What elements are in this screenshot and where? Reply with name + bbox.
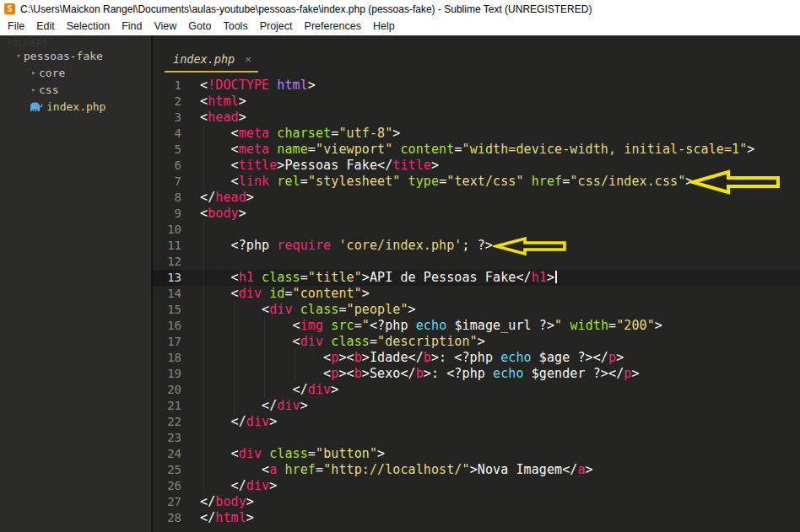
code-text: <h1 class="title">API de Pessoas Fake</h… — [181, 270, 557, 286]
code-area[interactable]: 1<!DOCTYPE html>2<html>3<head>4 <meta ch… — [153, 78, 800, 532]
tab-label: index.php — [173, 52, 235, 66]
code-line-11[interactable]: 11 <?php require 'core/index.php'; ?> — [153, 238, 800, 254]
menu-edit[interactable]: Edit — [30, 18, 61, 35]
code-text: </div> — [181, 398, 308, 414]
code-text: <!DOCTYPE html> — [181, 78, 316, 94]
code-text: </head> — [181, 190, 254, 206]
line-number: 3 — [153, 110, 181, 126]
line-number: 1 — [153, 78, 181, 94]
menu-preferences[interactable]: Preferences — [299, 18, 367, 35]
main-area: FOLDERS ▾pessoas-fake▸core▸cssindex.php … — [0, 35, 800, 532]
line-number: 20 — [153, 382, 181, 398]
sidebar: FOLDERS ▾pessoas-fake▸core▸cssindex.php — [0, 35, 153, 532]
line-number: 8 — [153, 190, 181, 206]
tab-close-icon[interactable]: × — [245, 54, 251, 65]
code-text: </html> — [181, 510, 254, 526]
sublime-logo-icon: S — [4, 3, 15, 14]
code-line-10[interactable]: 10 — [153, 222, 800, 238]
code-line-15[interactable]: 15 <div class="people"> — [153, 302, 800, 318]
menu-find[interactable]: Find — [116, 18, 148, 35]
code-line-18[interactable]: 18 <p><b>Idade</b>: <?php echo $age ?></… — [153, 350, 800, 366]
code-line-27[interactable]: 27</body> — [153, 494, 800, 510]
code-text: </body> — [181, 494, 254, 510]
menu-goto[interactable]: Goto — [182, 18, 217, 35]
line-number: 28 — [153, 510, 181, 526]
code-line-6[interactable]: 6 <title>Pessoas Fake</title> — [153, 158, 800, 174]
title-bar: S C:\Users\Maickon Rangel\Documents\aula… — [0, 0, 800, 18]
sidebar-item-core[interactable]: ▸core — [0, 64, 151, 81]
line-number: 2 — [153, 94, 181, 110]
code-line-20[interactable]: 20 </div> — [153, 382, 800, 398]
triangle-right-icon[interactable]: ▸ — [29, 68, 39, 77]
line-number: 10 — [153, 222, 181, 238]
code-line-26[interactable]: 26 </div> — [153, 478, 800, 494]
sublime-window: S C:\Users\Maickon Rangel\Documents\aula… — [0, 0, 800, 532]
code-line-25[interactable]: 25 <a href="http://localhost/">Nova Imag… — [153, 462, 800, 478]
sidebar-item-css[interactable]: ▸css — [0, 81, 151, 98]
sidebar-item-pessoas-fake[interactable]: ▾pessoas-fake — [0, 47, 151, 64]
menu-help[interactable]: Help — [367, 18, 401, 35]
code-line-16[interactable]: 16 <img src="<?php echo $image_url ?>" w… — [153, 318, 800, 334]
code-text — [181, 254, 200, 270]
code-line-1[interactable]: 1<!DOCTYPE html> — [153, 78, 800, 94]
line-number: 12 — [153, 254, 181, 270]
line-number: 25 — [153, 462, 181, 478]
code-line-3[interactable]: 3<head> — [153, 110, 800, 126]
tree-label: pessoas-fake — [24, 50, 103, 62]
line-number: 9 — [153, 206, 181, 222]
code-line-19[interactable]: 19 <p><b>Sexo</b>: <?php echo $gender ?>… — [153, 366, 800, 382]
code-text: </div> — [181, 414, 277, 430]
code-text: <div class="description"> — [181, 334, 485, 350]
code-line-4[interactable]: 4 <meta charset="utf-8"> — [153, 126, 800, 142]
code-text: <meta name="viewport" content="width=dev… — [181, 142, 755, 158]
line-number: 24 — [153, 446, 181, 462]
line-number: 27 — [153, 494, 181, 510]
code-text: <div class="button"> — [181, 446, 385, 462]
code-line-2[interactable]: 2<html> — [153, 94, 800, 110]
code-line-24[interactable]: 24 <div class="button"> — [153, 446, 800, 462]
code-line-5[interactable]: 5 <meta name="viewport" content="width=d… — [153, 142, 800, 158]
code-line-23[interactable]: 23 — [153, 430, 800, 446]
code-line-7[interactable]: 7 <link rel="stylesheet" type="text/css"… — [153, 174, 800, 190]
code-text — [181, 222, 200, 238]
line-number: 7 — [153, 174, 181, 190]
code-line-14[interactable]: 14 <div id="content"> — [153, 286, 800, 302]
sidebar-folders-heading: FOLDERS — [0, 35, 151, 47]
line-number: 21 — [153, 398, 181, 414]
line-number: 15 — [153, 302, 181, 318]
menu-tools[interactable]: Tools — [217, 18, 253, 35]
folder-tree: ▾pessoas-fake▸core▸cssindex.php — [0, 47, 151, 115]
menu-file[interactable]: File — [2, 18, 30, 35]
code-line-8[interactable]: 8</head> — [153, 190, 800, 206]
code-line-13[interactable]: 13 <h1 class="title">API de Pessoas Fake… — [153, 270, 800, 286]
code-text: <?php require 'core/index.php'; ?> — [181, 238, 493, 254]
code-line-12[interactable]: 12 — [153, 254, 800, 270]
code-line-28[interactable]: 28</html> — [153, 510, 800, 526]
tree-label: core — [39, 67, 65, 79]
menu-project[interactable]: Project — [254, 18, 299, 35]
php-file-icon — [29, 101, 43, 112]
line-number: 4 — [153, 126, 181, 142]
tab-index-php[interactable]: index.php × — [165, 47, 258, 73]
tree-label: css — [39, 83, 58, 96]
code-text: <p><b>Sexo</b>: <?php echo $gender ?></p… — [181, 366, 640, 382]
code-line-22[interactable]: 22 </div> — [153, 414, 800, 430]
code-text: <p><b>Idade</b>: <?php echo $age ?></p> — [181, 350, 624, 366]
line-number: 6 — [153, 158, 181, 174]
triangle-right-icon[interactable]: ▸ — [29, 85, 39, 94]
code-text: </div> — [181, 382, 338, 398]
menu-selection[interactable]: Selection — [61, 18, 116, 35]
code-line-21[interactable]: 21 </div> — [153, 398, 800, 414]
code-line-9[interactable]: 9<body> — [153, 206, 800, 222]
code-text — [181, 430, 200, 446]
code-text: <title>Pessoas Fake</title> — [181, 158, 439, 174]
code-text: <a href="http://localhost/">Nova Imagem<… — [181, 462, 593, 478]
sidebar-item-index-php[interactable]: index.php — [0, 98, 151, 115]
code-line-17[interactable]: 17 <div class="description"> — [153, 334, 800, 350]
menu-bar: FileEditSelectionFindViewGotoToolsProjec… — [0, 18, 800, 35]
line-number: 18 — [153, 350, 181, 366]
line-number: 22 — [153, 414, 181, 430]
menu-view[interactable]: View — [148, 18, 182, 35]
triangle-down-icon[interactable]: ▾ — [14, 51, 24, 60]
code-text: <div class="people"> — [181, 302, 416, 318]
